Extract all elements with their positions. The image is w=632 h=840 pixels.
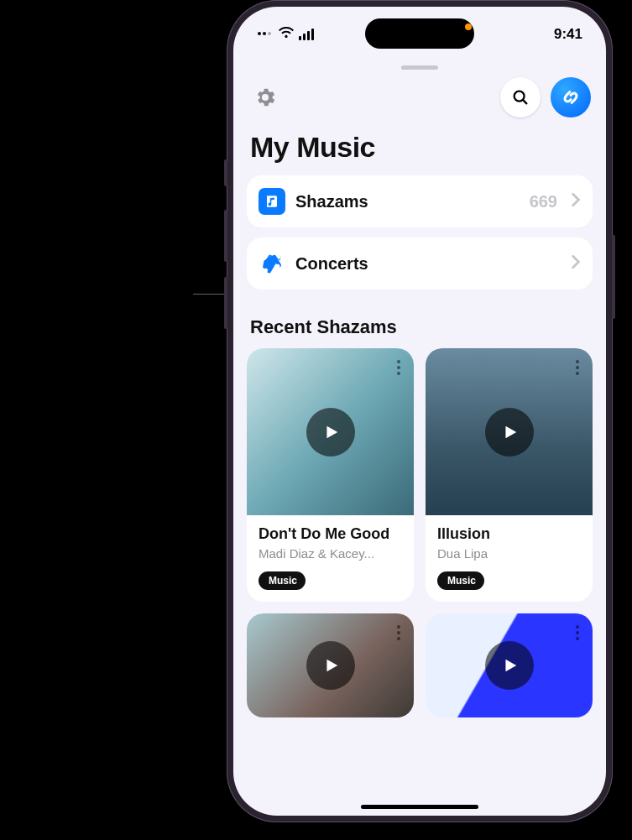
play-icon (500, 423, 519, 441)
home-indicator[interactable] (361, 805, 478, 809)
apple-music-label: Music (269, 575, 297, 587)
track-artist: Madi Diaz & Kacey... (259, 546, 402, 561)
recording-indicator-icon (465, 23, 472, 30)
shazams-library-icon (259, 188, 285, 215)
track-card[interactable]: Don't Do Me Good Madi Diaz & Kacey... Mu… (247, 348, 414, 602)
more-button[interactable] (392, 620, 405, 645)
play-button[interactable] (485, 408, 534, 457)
status-right: 9:41 (554, 26, 582, 43)
recent-shazams-title: Recent Shazams (233, 300, 606, 348)
shazams-row[interactable]: Shazams 669 (247, 175, 593, 227)
signal-bars-icon (299, 29, 314, 40)
shazam-icon (559, 86, 582, 109)
album-art (247, 613, 414, 717)
shazams-label: Shazams (295, 192, 520, 211)
dynamic-island (365, 18, 474, 49)
search-icon (511, 88, 530, 107)
concerts-ticket-icon (259, 250, 285, 277)
cellular-dots-icon (257, 26, 274, 43)
shazams-count: 669 (530, 192, 557, 211)
play-icon (321, 656, 340, 675)
svg-point-0 (258, 32, 261, 35)
chevron-right-icon (571, 192, 581, 211)
album-art (426, 348, 593, 515)
status-bar: 9:41 (233, 7, 606, 52)
track-card[interactable] (247, 613, 414, 717)
side-button (612, 235, 615, 319)
side-button (224, 210, 227, 262)
shazam-button[interactable] (551, 77, 591, 117)
chevron-right-icon (571, 254, 581, 273)
svg-point-2 (268, 32, 271, 35)
concerts-label: Concerts (295, 254, 561, 274)
track-artist: Dua Lipa (437, 546, 581, 561)
side-button (224, 159, 227, 186)
recent-grid: Don't Do Me Good Madi Diaz & Kacey... Mu… (233, 348, 606, 717)
apple-music-badge[interactable]: Music (437, 571, 484, 590)
more-button[interactable] (571, 620, 584, 645)
status-left (257, 26, 314, 43)
track-title: Illusion (437, 525, 581, 543)
svg-line-4 (523, 100, 526, 103)
wifi-icon (279, 26, 294, 43)
phone-frame: 9:41 My Music Shazams 669 (227, 0, 613, 822)
sheet-grabber[interactable] (401, 65, 438, 70)
page-title: My Music (233, 117, 606, 175)
status-time: 9:41 (554, 26, 582, 43)
play-icon (500, 656, 519, 675)
settings-button[interactable] (248, 81, 282, 114)
track-title: Don't Do Me Good (259, 525, 402, 543)
search-button[interactable] (500, 77, 541, 117)
track-card[interactable]: Illusion Dua Lipa Music (426, 348, 593, 602)
apple-music-label: Music (447, 575, 476, 587)
side-button (224, 277, 227, 329)
gear-icon (253, 86, 277, 109)
apple-music-badge[interactable]: Music (259, 571, 306, 590)
svg-point-1 (263, 32, 266, 35)
album-art (426, 613, 593, 717)
header (233, 52, 606, 117)
play-icon (321, 423, 340, 441)
play-button[interactable] (485, 641, 534, 690)
more-button[interactable] (571, 355, 584, 380)
album-art (247, 348, 414, 515)
track-card[interactable] (426, 613, 593, 717)
screen: 9:41 My Music Shazams 669 (233, 7, 606, 816)
play-button[interactable] (306, 408, 355, 457)
play-button[interactable] (306, 641, 355, 690)
more-button[interactable] (392, 355, 405, 380)
concerts-row[interactable]: Concerts (247, 237, 593, 290)
